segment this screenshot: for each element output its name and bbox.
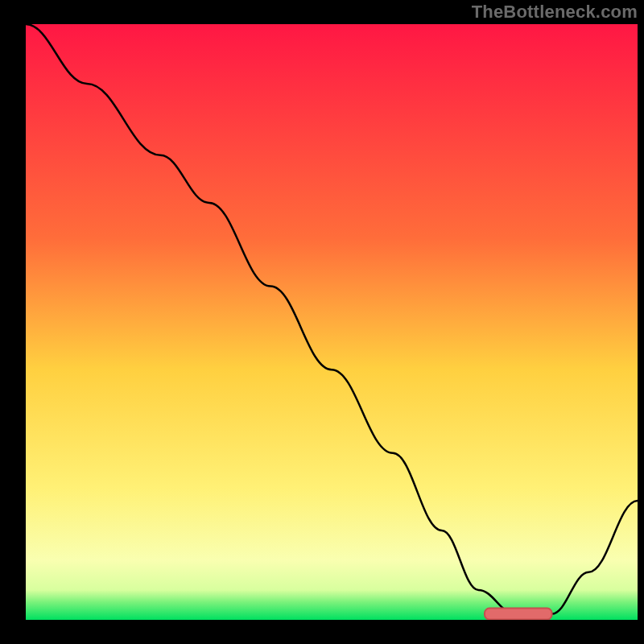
chart-frame: TheBottleneck.com [0, 0, 644, 644]
plot-area [26, 24, 638, 620]
chart-svg [26, 24, 638, 620]
optimal-region-marker [485, 609, 552, 620]
watermark-text: TheBottleneck.com [472, 2, 638, 23]
gradient-background [26, 24, 638, 620]
